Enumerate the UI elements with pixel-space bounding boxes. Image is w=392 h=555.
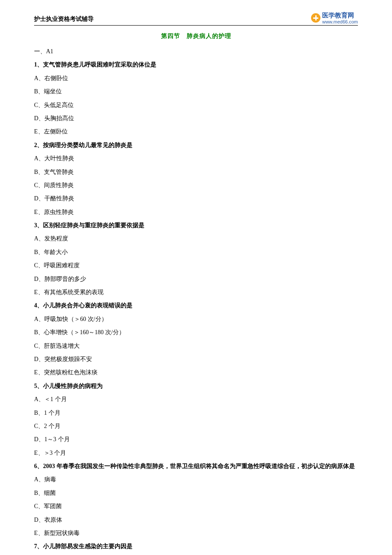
question-option: B、心率增快（＞160～180 次/分） xyxy=(34,328,358,337)
logo-cn: 医学教育网 xyxy=(322,12,358,19)
question-option: E、新型冠状病毒 xyxy=(34,529,358,538)
question-option: C、2 个月 xyxy=(34,422,358,431)
question-option: A、＜1 个月 xyxy=(34,395,358,404)
question-option: C、肝脏迅速增大 xyxy=(34,341,358,351)
logo-text: 医学教育网 www.med66.com xyxy=(322,12,358,24)
question-option: E、原虫性肺炎 xyxy=(34,208,358,217)
question-option: C、军团菌 xyxy=(34,502,358,511)
question-stem: 6、2003 年春季在我国发生一种传染性非典型肺炎，世界卫生组织将其命名为严重急… xyxy=(34,462,358,471)
plus-icon xyxy=(311,13,320,23)
page-header: 护士执业资格考试辅导 医学教育网 www.med66.com xyxy=(34,12,358,26)
question-option: C、呼吸困难程度 xyxy=(34,261,358,270)
question-stem: 7、小儿肺部易发生感染的主要内因是 xyxy=(34,542,358,551)
question-option: A、发热程度 xyxy=(34,234,358,243)
question-stem: 2、按病理分类婴幼儿最常见的肺炎是 xyxy=(34,141,358,150)
question-stem: 3、区别轻症肺炎与重症肺炎的重要依据是 xyxy=(34,221,358,230)
question-stem: 1、支气管肺炎患儿呼吸困难时宜采取的体位是 xyxy=(34,60,358,69)
question-option: D、干酪性肺炎 xyxy=(34,194,358,203)
question-option: B、1 个月 xyxy=(34,408,358,418)
question-option: A、病毒 xyxy=(34,475,358,484)
question-option: B、端坐位 xyxy=(34,87,358,96)
question-stem: 4、小儿肺炎合并心衰的表现错误的是 xyxy=(34,301,358,310)
question-option: A、大叶性肺炎 xyxy=(34,154,358,163)
question-option: D、1～3 个月 xyxy=(34,435,358,444)
question-option: E、有其他系统受累的表现 xyxy=(34,288,358,297)
section-title: 第四节 肺炎病人的护理 xyxy=(34,32,358,41)
question-option: A、右侧卧位 xyxy=(34,74,358,83)
document-page: 护士执业资格考试辅导 医学教育网 www.med66.com 第四节 肺炎病人的… xyxy=(0,0,392,555)
question-stem: 5、小儿慢性肺炎的病程为 xyxy=(34,382,358,391)
question-option: E、＞3 个月 xyxy=(34,448,358,458)
header-title: 护士执业资格考试辅导 xyxy=(34,14,94,24)
question-option: C、头低足高位 xyxy=(34,101,358,110)
logo: 医学教育网 www.med66.com xyxy=(311,12,358,24)
question-option: D、肺部啰音的多少 xyxy=(34,275,358,284)
question-option: B、支气管肺炎 xyxy=(34,168,358,177)
question-option: A、呼吸加快（＞60 次/分） xyxy=(34,315,358,324)
question-option: E、突然咳粉红色泡沫痰 xyxy=(34,368,358,377)
content-body: 一、A1 1、支气管肺炎患儿呼吸困难时宜采取的体位是 A、右侧卧位 B、端坐位 … xyxy=(34,47,358,555)
logo-url: www.med66.com xyxy=(322,19,358,24)
category-label: 一、A1 xyxy=(34,47,358,56)
question-option: B、细菌 xyxy=(34,489,358,498)
question-option: D、突然极度烦躁不安 xyxy=(34,355,358,364)
question-option: E、左侧卧位 xyxy=(34,127,358,136)
question-option: D、衣原体 xyxy=(34,515,358,525)
question-option: C、间质性肺炎 xyxy=(34,181,358,190)
question-option: B、年龄大小 xyxy=(34,248,358,257)
question-option: D、头胸抬高位 xyxy=(34,114,358,123)
